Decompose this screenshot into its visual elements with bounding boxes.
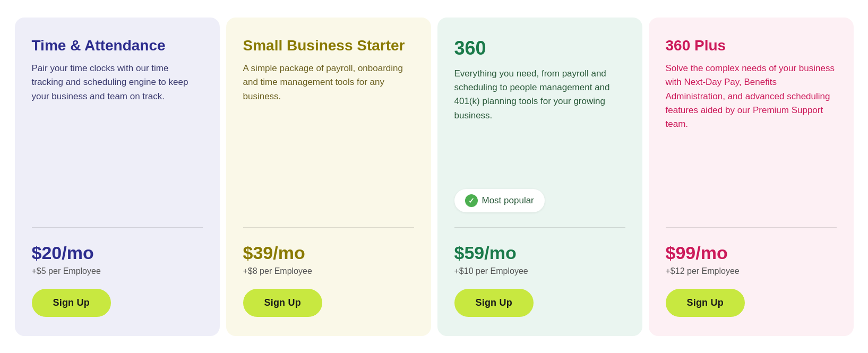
plan-per-employee-360-plus: +$12 per Employee — [666, 266, 837, 276]
plan-description-360: Everything you need, from payroll and sc… — [454, 67, 625, 179]
plan-description-small-business-starter: A simple package of payroll, onboarding … — [243, 62, 414, 212]
plan-card-360: 360 Everything you need, from payroll an… — [437, 18, 642, 336]
plan-card-time-attendance: Time & Attendance Pair your time clocks … — [15, 18, 220, 336]
signup-button-360[interactable]: Sign Up — [454, 289, 534, 317]
plan-price-360-plus: $99/mo — [666, 243, 837, 263]
signup-button-time-attendance[interactable]: Sign Up — [32, 289, 111, 317]
plan-pricing-360: $59/mo +$10 per Employee Sign Up — [454, 243, 625, 317]
plan-pricing-time-attendance: $20/mo +$5 per Employee Sign Up — [32, 243, 203, 317]
most-popular-badge: Most popular — [454, 189, 545, 212]
plan-content-top: Time & Attendance Pair your time clocks … — [32, 37, 203, 212]
plan-title-360: 360 — [454, 37, 625, 59]
signup-button-small-business-starter[interactable]: Sign Up — [243, 289, 322, 317]
plan-per-employee-time-attendance: +$5 per Employee — [32, 266, 203, 276]
signup-button-360-plus[interactable]: Sign Up — [666, 289, 745, 317]
plan-pricing-small-business-starter: $39/mo +$8 per Employee Sign Up — [243, 243, 414, 317]
plan-divider-time-attendance — [32, 227, 203, 228]
plan-price-time-attendance: $20/mo — [32, 243, 203, 263]
most-popular-label: Most popular — [482, 195, 534, 206]
plan-content-top: 360 Plus Solve the complex needs of your… — [666, 37, 837, 212]
plan-divider-360 — [454, 227, 625, 228]
plan-divider-360-plus — [666, 227, 837, 228]
plan-content-top: 360 Everything you need, from payroll an… — [454, 37, 625, 212]
plan-content-top: Small Business Starter A simple package … — [243, 37, 414, 212]
plan-title-360-plus: 360 Plus — [666, 37, 837, 55]
plan-pricing-360-plus: $99/mo +$12 per Employee Sign Up — [666, 243, 837, 317]
plan-title-time-attendance: Time & Attendance — [32, 37, 203, 55]
plan-description-360-plus: Solve the complex needs of your business… — [666, 62, 837, 212]
plan-per-employee-360: +$10 per Employee — [454, 266, 625, 276]
plan-card-360-plus: 360 Plus Solve the complex needs of your… — [649, 18, 854, 336]
plan-price-small-business-starter: $39/mo — [243, 243, 414, 263]
plans-container: Time & Attendance Pair your time clocks … — [15, 18, 854, 336]
checkmark-icon — [465, 194, 478, 207]
plan-description-time-attendance: Pair your time clocks with our time trac… — [32, 62, 203, 212]
plan-card-small-business-starter: Small Business Starter A simple package … — [226, 18, 431, 336]
plan-divider-small-business-starter — [243, 227, 414, 228]
plan-per-employee-small-business-starter: +$8 per Employee — [243, 266, 414, 276]
plan-price-360: $59/mo — [454, 243, 625, 263]
plan-title-small-business-starter: Small Business Starter — [243, 37, 414, 55]
